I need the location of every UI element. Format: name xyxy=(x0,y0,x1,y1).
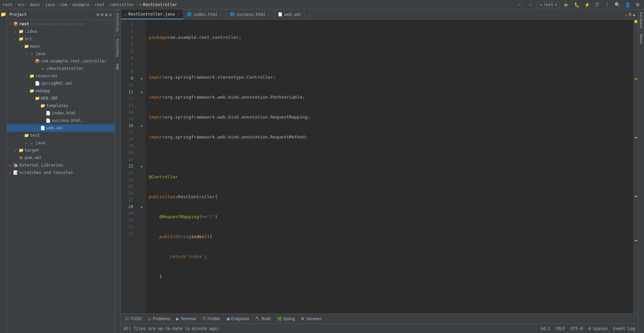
expand-icon[interactable]: ▲ xyxy=(633,12,635,17)
panel-collapse-all[interactable]: ≡ xyxy=(101,12,103,17)
code-line-9: public class RestController { xyxy=(149,194,633,200)
gutter-15 xyxy=(138,116,146,122)
tree-item-package[interactable]: ▾ 📦 com.example.rest.controller xyxy=(7,57,115,65)
toolbar-more[interactable]: ⋮ xyxy=(603,1,611,8)
code-line-11: public String index(){ xyxy=(149,233,633,240)
breadcrumb: rest › src › main › java › com › example… xyxy=(3,2,517,7)
breadcrumb-src[interactable]: src xyxy=(18,2,25,7)
forward-button[interactable]: → xyxy=(527,1,534,8)
code-editor[interactable]: package com.example.rest.controller; imp… xyxy=(146,20,633,313)
run-config[interactable]: ⊕ rest ▾ xyxy=(537,1,560,8)
tab-close-index[interactable]: ✕ xyxy=(219,12,223,17)
web-tab[interactable]: Web xyxy=(115,60,121,73)
favorites-tab[interactable]: Favorites xyxy=(115,35,121,60)
services-button[interactable]: ⚙ Services xyxy=(298,315,324,322)
database-tab[interactable]: Database xyxy=(639,9,644,31)
event-log[interactable]: Event Log xyxy=(613,326,635,331)
tree-item-springmvc[interactable]: 📄 springMVC.xml xyxy=(7,80,115,87)
run-button[interactable]: ▶ xyxy=(563,1,570,8)
tree-item-test-java[interactable]: ▶ ☕ java xyxy=(7,139,115,147)
spring-button[interactable]: 🌿 Spring xyxy=(274,315,298,322)
endpoints-button[interactable]: ◉ Endpoints xyxy=(224,315,252,322)
idea-folder-icon: 📁 xyxy=(18,29,24,34)
tree-item-web-xml[interactable]: 📄 web.xml xyxy=(7,124,115,132)
gutter-30 xyxy=(138,217,146,224)
breadcrumb-controller[interactable]: controller xyxy=(110,2,134,7)
project-icon[interactable]: 📁 xyxy=(0,11,7,18)
gutter-28[interactable]: ▶ xyxy=(138,203,146,210)
tab-close-webxml[interactable]: ✕ xyxy=(303,12,307,17)
tree-item-resources[interactable]: ▾ 📁 resources xyxy=(7,72,115,80)
tree-item-restcontroller[interactable]: ⊕ @ RestController xyxy=(7,65,115,72)
tree-item-pom[interactable]: m pom.xml xyxy=(7,154,115,161)
ln-23: 23 xyxy=(121,170,135,176)
tree-item-target[interactable]: ▶ 📁 target xyxy=(7,147,115,154)
indent-info[interactable]: 4 spaces xyxy=(588,326,608,331)
tab-success-html[interactable]: 🌐 success.html ✕ xyxy=(226,9,275,19)
breadcrumb-class[interactable]: RestController xyxy=(143,2,177,7)
gutter-22[interactable]: ▶ xyxy=(138,163,146,170)
webinf-folder-icon: 📁 xyxy=(34,96,40,101)
breadcrumb-java[interactable]: java xyxy=(45,2,55,7)
tab-restcontroller[interactable]: ☕ RestController.java ✕ xyxy=(121,9,184,19)
breadcrumb-main[interactable]: main xyxy=(30,2,40,7)
tab-close-restcontroller[interactable]: ✕ xyxy=(176,12,180,16)
tree-item-test[interactable]: ▾ 📁 test xyxy=(7,132,115,139)
tree-item-webapp[interactable]: ▾ 📁 webapp xyxy=(7,87,115,95)
build-button[interactable]: 🔨 Build xyxy=(253,315,273,322)
panel-settings[interactable]: ⚙ xyxy=(105,12,108,17)
gutter-16[interactable]: ▶ xyxy=(138,122,146,129)
profile-button[interactable]: ⏱ xyxy=(593,1,601,8)
breadcrumb-rest2[interactable]: rest xyxy=(95,2,104,7)
terminal-label: Terminal xyxy=(181,316,196,321)
tree-item-index-html[interactable]: 📄 index.html xyxy=(7,109,115,117)
user-button[interactable]: 👤 xyxy=(624,1,631,8)
line-ending[interactable]: CRLF xyxy=(555,326,565,331)
back-button[interactable]: ← xyxy=(517,1,524,8)
structure-tab[interactable]: Structure xyxy=(115,9,121,35)
gutter-9[interactable]: ▶ xyxy=(138,75,146,82)
tree-item-src[interactable]: ▾ 📁 src xyxy=(7,35,115,43)
scroll-indicator[interactable] xyxy=(633,20,638,313)
encoding[interactable]: UTF-8 xyxy=(571,326,583,331)
tree-item-ext-libs[interactable]: ▶ 📚 External Libraries xyxy=(7,161,115,169)
tree-item-rest[interactable]: ▾ 📦 rest D:\JavaProjects\mvc\rest xyxy=(7,20,115,28)
ln-1: 1 xyxy=(121,21,135,28)
gutter-11[interactable]: ▶ xyxy=(138,88,146,95)
gutter-12 xyxy=(138,95,146,102)
ln-10: 10 xyxy=(121,82,135,88)
tree-item-main[interactable]: ▾ 📁 main xyxy=(7,43,115,50)
cursor-position[interactable]: 14:1 xyxy=(540,326,550,331)
tab-index-html[interactable]: 🌐 index.html ✕ xyxy=(184,9,226,19)
coverage-button[interactable]: ⚡ xyxy=(583,1,591,8)
panel-new-button[interactable]: ⊕ xyxy=(96,12,99,17)
tree-item-idea[interactable]: ▶ 📁 .idea xyxy=(7,28,115,35)
breadcrumb-rest[interactable]: rest xyxy=(3,2,13,7)
tree-arrow-empty2 xyxy=(29,81,34,86)
todo-button[interactable]: ☑ TODO xyxy=(122,315,144,322)
breadcrumb-example[interactable]: example xyxy=(72,2,90,7)
controller-file-icon: ⊕ xyxy=(40,66,45,71)
breadcrumb-com[interactable]: com xyxy=(60,2,67,7)
tab-web-xml[interactable]: 📄 web.xml ✕ xyxy=(275,9,310,19)
search-everywhere-button[interactable]: 🔍 xyxy=(614,1,621,8)
problems-button[interactable]: ⚠ Problems xyxy=(145,315,173,322)
settings-button[interactable]: ⚙ xyxy=(634,1,641,8)
tree-item-scratches[interactable]: ▶ 📝 Scratches and Consoles xyxy=(7,169,115,176)
panel-close[interactable]: ✕ xyxy=(109,12,112,17)
tree-item-webinf[interactable]: ▾ 📁 WEB-INF xyxy=(7,95,115,102)
tree-arrow-templates: ▾ xyxy=(34,103,40,108)
debug-button[interactable]: 🐛 xyxy=(573,1,580,8)
maven-tab[interactable]: Maven xyxy=(639,31,644,47)
warning-marker-4 xyxy=(635,240,637,241)
warning-indicator[interactable]: ⚠ xyxy=(625,12,627,17)
terminal-button[interactable]: ▶ Terminal xyxy=(173,315,198,322)
tree-arrow-webapp: ▾ xyxy=(24,88,29,94)
tree-item-templates[interactable]: ▾ 📁 templates xyxy=(7,102,115,109)
tree-item-java[interactable]: ▾ ☕ java xyxy=(7,50,115,57)
line-numbers: 1 2 3 4 5 6 7 8 9 10 11 12 13 14 15 16 1… xyxy=(121,20,138,313)
profiler-button[interactable]: ⏱ Profiler xyxy=(199,315,223,322)
tab-close-success[interactable]: ✕ xyxy=(267,12,271,17)
tree-item-success-html[interactable]: 📄 success.html xyxy=(7,117,115,124)
code-line-15: @RequestMapping(value = ⊙▾"/user",method… xyxy=(149,313,633,313)
